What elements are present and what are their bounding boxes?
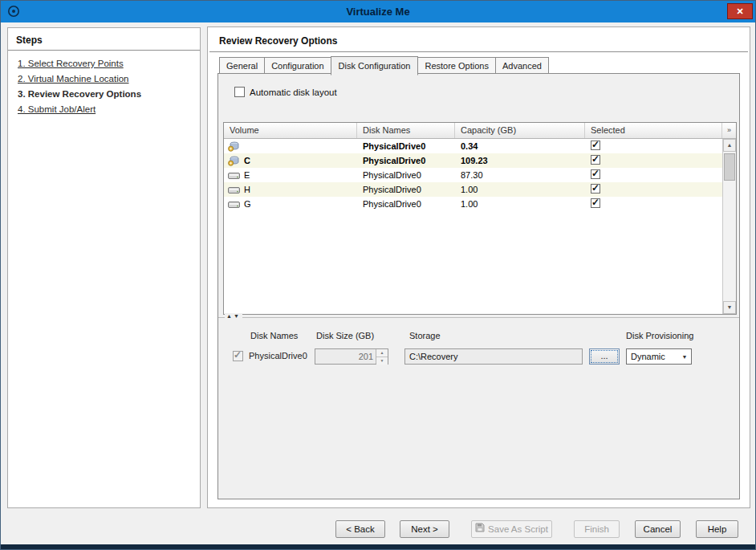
cancel-button-label: Cancel bbox=[644, 521, 673, 537]
disk-name: PhysicalDrive0 bbox=[357, 141, 455, 151]
capacity-value: 87.30 bbox=[455, 170, 585, 180]
capacity-value: 1.00 bbox=[455, 185, 585, 194]
disk-size-spinner: 201 ▲ ▼ bbox=[315, 348, 388, 365]
drive-icon bbox=[228, 185, 240, 195]
column-header-selected[interactable]: Selected bbox=[585, 123, 722, 138]
disk-name: PhysicalDrive0 bbox=[357, 156, 455, 165]
help-button[interactable]: Help bbox=[696, 520, 738, 538]
automatic-disk-layout-label: Automatic disk layout bbox=[250, 88, 337, 97]
title-bar: Virtualize Me ✕ bbox=[1, 1, 755, 22]
column-header-disk-names[interactable]: Disk Names bbox=[357, 123, 455, 138]
row-selected-checkbox[interactable] bbox=[591, 141, 600, 150]
close-button[interactable]: ✕ bbox=[727, 3, 753, 19]
back-button-label: < Back bbox=[346, 521, 374, 537]
column-chooser-icon[interactable]: » bbox=[722, 123, 736, 138]
step-review-recovery-options: 3. Review Recovery Options bbox=[18, 89, 200, 99]
disk-size-label: Disk Size (GB) bbox=[316, 331, 374, 340]
capacity-value: 1.00 bbox=[455, 199, 585, 209]
scroll-up-icon[interactable]: ▲ bbox=[723, 139, 736, 152]
row-selected-checkbox[interactable] bbox=[591, 198, 600, 208]
column-header-capacity[interactable]: Capacity (GB) bbox=[455, 123, 585, 138]
tab-strip: General Configuration Disk Configuration… bbox=[219, 56, 548, 74]
virtualize-me-dialog: Virtualize Me ✕ Steps 1. Select Recovery… bbox=[0, 0, 756, 550]
drive-icon bbox=[228, 199, 240, 210]
table-body: PhysicalDrive0 0.34 C PhysicalDrive0 109… bbox=[224, 139, 722, 314]
cancel-button[interactable]: Cancel bbox=[635, 520, 681, 538]
scroll-down-icon[interactable]: ▼ bbox=[723, 301, 736, 314]
table-header: Volume Disk Names Capacity (GB) Selected… bbox=[224, 123, 736, 139]
save-as-script-label: Save As Script bbox=[488, 521, 548, 537]
back-button[interactable]: < Back bbox=[335, 520, 385, 538]
page-title: Review Recovery Options bbox=[209, 27, 748, 52]
table-row[interactable]: C PhysicalDrive0 109.23 bbox=[224, 153, 722, 168]
automatic-disk-layout-checkbox[interactable] bbox=[234, 87, 245, 97]
save-script-icon bbox=[475, 521, 485, 537]
table-row[interactable]: E PhysicalDrive0 87.30 bbox=[224, 168, 722, 182]
browse-button[interactable]: ... bbox=[589, 348, 620, 365]
window-title: Virtualize Me bbox=[1, 1, 755, 22]
finish-button-label: Finish bbox=[584, 521, 609, 537]
disk-names-label: Disk Names bbox=[250, 331, 298, 340]
capacity-value: 109.23 bbox=[455, 156, 585, 165]
row-selected-checkbox[interactable] bbox=[591, 184, 600, 194]
storage-path-field: C:\Recovery bbox=[404, 348, 583, 365]
disk-name: PhysicalDrive0 bbox=[357, 170, 455, 180]
storage-label: Storage bbox=[409, 331, 441, 340]
automatic-disk-layout-option: Automatic disk layout bbox=[234, 87, 337, 97]
disk-volume-icon bbox=[228, 156, 240, 166]
steps-list: 1. Select Recovery Points 2. Virtual Mac… bbox=[8, 51, 200, 114]
column-header-volume[interactable]: Volume bbox=[224, 123, 357, 138]
disk-provisioning-select[interactable]: Dynamic ▼ bbox=[626, 348, 692, 365]
volume-name: G bbox=[244, 199, 251, 209]
steps-sidebar: Steps 1. Select Recovery Points 2. Virtu… bbox=[7, 27, 201, 508]
volumes-table: Volume Disk Names Capacity (GB) Selected… bbox=[223, 122, 737, 315]
tab-restore-options[interactable]: Restore Options bbox=[417, 57, 495, 74]
steps-heading: Steps bbox=[8, 28, 200, 51]
volume-name: C bbox=[244, 156, 250, 165]
spinner-buttons: ▲ ▼ bbox=[376, 349, 388, 364]
spin-down-icon: ▼ bbox=[376, 357, 388, 365]
main-content-panel: Review Recovery Options General Configur… bbox=[207, 26, 750, 508]
splitter-arrows-icon[interactable]: ▲▼ bbox=[225, 313, 242, 319]
table-row[interactable]: PhysicalDrive0 0.34 bbox=[224, 139, 722, 153]
next-button[interactable]: Next > bbox=[400, 520, 449, 538]
tab-disk-configuration[interactable]: Disk Configuration bbox=[331, 56, 419, 75]
disk-name: PhysicalDrive0 bbox=[357, 199, 455, 209]
disk-volume-icon bbox=[228, 141, 240, 152]
disk-name: PhysicalDrive0 bbox=[357, 185, 455, 194]
table-row[interactable]: G PhysicalDrive0 1.00 bbox=[224, 197, 722, 211]
tab-advanced[interactable]: Advanced bbox=[495, 57, 549, 74]
row-selected-checkbox[interactable] bbox=[591, 169, 600, 179]
table-row[interactable]: H PhysicalDrive0 1.00 bbox=[224, 182, 722, 197]
drive-icon bbox=[228, 170, 240, 181]
window-bottom-border bbox=[1, 544, 755, 549]
scrollbar-thumb[interactable] bbox=[724, 153, 735, 181]
detail-disk-checkbox bbox=[233, 351, 243, 361]
vertical-scrollbar[interactable]: ▲ ▼ bbox=[722, 139, 736, 314]
wizard-footer: < Back Next > Save As Script Finish Canc… bbox=[1, 507, 755, 544]
disk-provisioning-value: Dynamic bbox=[627, 352, 678, 361]
save-as-script-button: Save As Script bbox=[471, 520, 552, 538]
step-submit-job-alert[interactable]: 4. Submit Job/Alert bbox=[18, 104, 200, 114]
help-button-label: Help bbox=[708, 521, 727, 537]
disk-configuration-panel: Automatic disk layout Volume Disk Names … bbox=[217, 73, 740, 499]
chevron-down-icon: ▼ bbox=[678, 354, 691, 360]
panel-splitter[interactable]: ▲▼ bbox=[218, 317, 739, 324]
tab-general[interactable]: General bbox=[219, 57, 265, 74]
step-select-recovery-points[interactable]: 1. Select Recovery Points bbox=[18, 59, 200, 68]
finish-button: Finish bbox=[574, 520, 620, 538]
detail-disk-name: PhysicalDrive0 bbox=[249, 351, 307, 361]
disk-size-value: 201 bbox=[315, 349, 376, 364]
spin-up-icon: ▲ bbox=[376, 349, 388, 357]
volume-name: H bbox=[244, 185, 250, 194]
row-selected-checkbox[interactable] bbox=[591, 155, 600, 165]
capacity-value: 0.34 bbox=[455, 141, 585, 151]
volume-name: E bbox=[244, 170, 250, 180]
step-virtual-machine-location[interactable]: 2. Virtual Machine Location bbox=[18, 74, 200, 84]
tab-configuration[interactable]: Configuration bbox=[264, 57, 331, 74]
disk-provisioning-label: Disk Provisioning bbox=[626, 331, 693, 340]
next-button-label: Next > bbox=[411, 521, 438, 537]
